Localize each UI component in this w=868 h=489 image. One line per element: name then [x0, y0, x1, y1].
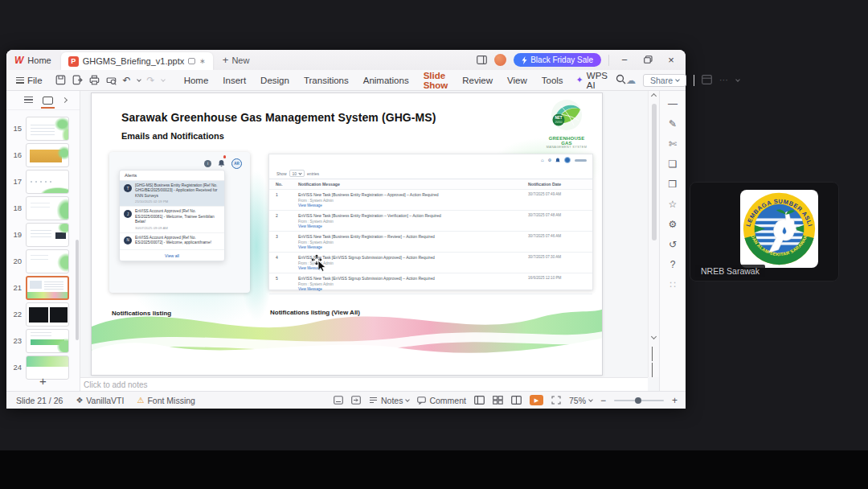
zoom-out-button[interactable]: − [600, 395, 606, 406]
editor-scrollbar[interactable] [648, 91, 659, 377]
slide-list-item[interactable]: 23 [6, 327, 80, 354]
settings-icon[interactable]: ⚙ [669, 220, 678, 229]
search-button[interactable] [616, 74, 626, 86]
ribbon-tab[interactable]: Home [178, 72, 215, 88]
slide-list-item[interactable]: 22 [6, 301, 80, 327]
redo-dropdown-icon[interactable] [161, 77, 166, 82]
notes-toggle[interactable]: Notes [369, 396, 409, 405]
view-message-link: View Message [298, 287, 528, 291]
previous-slide-button[interactable] [651, 347, 657, 350]
ribbon-tab[interactable]: Animations [357, 72, 416, 88]
scroll-up-icon[interactable] [651, 93, 657, 99]
maximize-button[interactable] [640, 54, 656, 66]
ribbon-tab[interactable]: Transitions [297, 72, 355, 88]
collapse-icon[interactable]: — [668, 99, 678, 109]
zoom-value: 75% [569, 396, 586, 405]
toolbar-right: ☁ Share ⋯ [626, 74, 747, 87]
slideshow-play-button[interactable]: ▶ [530, 395, 543, 405]
export-button[interactable] [72, 75, 83, 85]
zoom-slider[interactable] [614, 400, 664, 401]
add-slide-button[interactable]: + [6, 374, 80, 388]
slide-thumbnail[interactable] [26, 276, 69, 300]
slide-thumbnail[interactable] [26, 143, 69, 167]
cell-message: EnVISS New Task [Business Entity Registr… [298, 234, 528, 239]
comment-button[interactable]: Comment [417, 396, 466, 405]
undo-dropdown-icon[interactable] [137, 77, 141, 82]
new-tab-button[interactable]: + New [223, 54, 250, 66]
share-button[interactable]: Share [643, 74, 686, 87]
zoom-in-button[interactable]: + [672, 395, 678, 406]
shapes-icon[interactable]: ❏ [669, 159, 678, 169]
slide-thumbnail[interactable] [26, 249, 69, 273]
redo-button[interactable]: ↷ [147, 75, 155, 86]
zoom-level[interactable]: 75% [569, 396, 592, 405]
slide-list-item[interactable]: 16 [6, 142, 80, 168]
slide-thumbnail[interactable] [26, 196, 69, 220]
normal-view-button[interactable] [474, 396, 485, 405]
ribbon-tab[interactable]: Tools [535, 72, 570, 88]
notes-placeholder[interactable]: Click to add notes [80, 377, 648, 391]
slide-thumbnail[interactable] [26, 117, 69, 141]
slide-canvas[interactable]: Sarawak Greenhouse Gas Management System… [91, 92, 603, 376]
collapse-ribbon-icon[interactable] [735, 77, 740, 82]
slide-list-item[interactable]: 19 [6, 221, 80, 248]
outline-view-icon[interactable] [24, 97, 33, 104]
slide-list-item[interactable]: 15 [6, 115, 80, 142]
collapse-panel-icon[interactable] [62, 97, 68, 103]
apps-icon[interactable]: ∷ [669, 280, 676, 290]
more-options-icon[interactable]: ⋯ [719, 75, 729, 85]
file-menu-button[interactable]: File [6, 76, 49, 85]
ribbon-layout-icon[interactable] [702, 75, 712, 86]
ribbon-tab[interactable]: Insert [216, 72, 252, 88]
user-avatar[interactable] [494, 54, 506, 66]
slide-sorter-view-button[interactable] [493, 396, 503, 405]
favorites-icon[interactable]: ☆ [669, 199, 678, 209]
cloud-sync-icon[interactable]: ☁ [626, 75, 636, 86]
theme-button[interactable]: ❖ VanillaVTI [76, 396, 124, 405]
save-button[interactable] [55, 75, 66, 85]
undo-button[interactable]: ↶ [123, 75, 131, 86]
design-tools-icon[interactable]: ✄ [669, 139, 677, 149]
home-tab[interactable]: W Home [6, 50, 61, 70]
slide-thumbnail[interactable] [26, 223, 69, 247]
next-slide-button[interactable] [651, 363, 657, 366]
slide-list-item[interactable]: 21 [6, 274, 80, 301]
ribbon-tab[interactable]: Design [254, 72, 296, 88]
slide-list-item[interactable]: 17 [6, 168, 80, 195]
black-friday-sale-button[interactable]: Black Friday Sale [514, 53, 601, 67]
jump-to-slide-icon[interactable] [351, 396, 361, 405]
ribbon-tab[interactable]: View [501, 72, 534, 88]
comment-icon[interactable]: ❒ [669, 179, 678, 189]
scroll-down-icon[interactable] [651, 334, 657, 339]
print-preview-button[interactable] [106, 75, 117, 85]
history-icon[interactable]: ↺ [669, 240, 677, 249]
theme-icon: ❖ [76, 396, 83, 405]
ribbon-tab[interactable]: Review [456, 72, 499, 88]
ai-star-icon: ✦ [576, 75, 583, 85]
slide-list-item[interactable]: 18 [6, 195, 80, 221]
fit-slide-button[interactable] [551, 396, 561, 405]
participant-video-tile[interactable]: LEMBAGA SUMBER ASLI DAN ALAM SEKITAR SAR… [690, 182, 839, 281]
slide-list-item[interactable]: 20 [6, 248, 80, 274]
wps-ai-button[interactable]: ✦ WPS AI [576, 71, 608, 90]
scrollbar-thumb[interactable] [652, 104, 657, 240]
panel-scrollbar[interactable] [76, 240, 79, 340]
slide-thumbnail[interactable] [26, 170, 69, 194]
slide-number: 22 [6, 310, 26, 318]
close-button[interactable]: × [663, 54, 679, 66]
slide-thumbnail[interactable] [26, 302, 69, 327]
slide-number: 15 [6, 124, 26, 133]
zoom-slider-thumb[interactable] [635, 397, 641, 404]
tab-preview-icon[interactable] [188, 58, 195, 64]
help-icon[interactable]: ? [670, 260, 676, 269]
print-button[interactable] [89, 75, 100, 85]
format-brush-icon[interactable]: ✎ [669, 119, 677, 129]
sidebar-layout-icon[interactable] [477, 55, 487, 64]
minimize-button[interactable]: − [616, 54, 633, 66]
slide-thumbnail[interactable] [26, 329, 69, 353]
font-missing-warning[interactable]: ⚠ Font Missing [137, 396, 195, 405]
reading-view-button[interactable] [511, 396, 522, 405]
thumbnail-view-icon[interactable] [43, 97, 53, 105]
ribbon-tab[interactable]: Slide Show [417, 68, 455, 92]
slide-info-icon[interactable] [334, 396, 343, 405]
